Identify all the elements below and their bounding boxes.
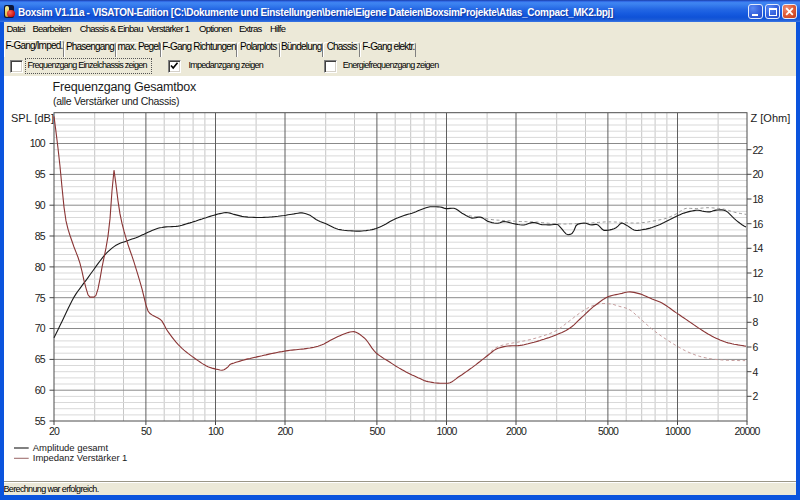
svg-text:14: 14: [753, 242, 764, 254]
svg-text:500: 500: [369, 425, 385, 437]
svg-text:90: 90: [35, 199, 46, 211]
svg-text:Impedanz Verstärker 1: Impedanz Verstärker 1: [33, 452, 128, 463]
svg-text:8: 8: [753, 316, 759, 328]
svg-text:80: 80: [35, 261, 46, 273]
svg-text:18: 18: [753, 193, 764, 205]
svg-text:SPL [dB]: SPL [dB]: [11, 112, 54, 124]
svg-text:1000: 1000: [437, 425, 458, 437]
svg-text:2: 2: [753, 390, 759, 402]
svg-text:20: 20: [753, 168, 764, 180]
svg-text:95: 95: [35, 168, 46, 180]
svg-text:20000: 20000: [735, 425, 761, 437]
svg-text:6: 6: [753, 341, 759, 353]
svg-text:50: 50: [141, 425, 152, 437]
svg-text:4: 4: [753, 366, 759, 378]
svg-text:200: 200: [278, 425, 294, 437]
svg-text:100: 100: [208, 425, 224, 437]
svg-text:85: 85: [35, 230, 46, 242]
svg-text:22: 22: [753, 144, 764, 156]
svg-text:12: 12: [753, 267, 764, 279]
svg-text:Frequenzgang Gesamtbox: Frequenzgang Gesamtbox: [53, 80, 198, 94]
svg-text:20: 20: [49, 425, 60, 437]
svg-text:75: 75: [35, 292, 46, 304]
svg-text:70: 70: [35, 322, 46, 334]
svg-text:Amplitude gesamt: Amplitude gesamt: [33, 442, 109, 453]
svg-text:60: 60: [35, 384, 46, 396]
svg-text:100: 100: [30, 137, 46, 149]
svg-text:5000: 5000: [598, 425, 619, 437]
svg-text:55: 55: [35, 415, 46, 427]
svg-text:(alle Verstärker und Chassis): (alle Verstärker und Chassis): [53, 95, 179, 107]
svg-text:2000: 2000: [506, 425, 527, 437]
svg-text:Z [Ohm]: Z [Ohm]: [751, 112, 791, 124]
svg-text:65: 65: [35, 353, 46, 365]
svg-text:10: 10: [753, 292, 764, 304]
svg-text:16: 16: [753, 218, 764, 230]
svg-text:10000: 10000: [665, 425, 691, 437]
